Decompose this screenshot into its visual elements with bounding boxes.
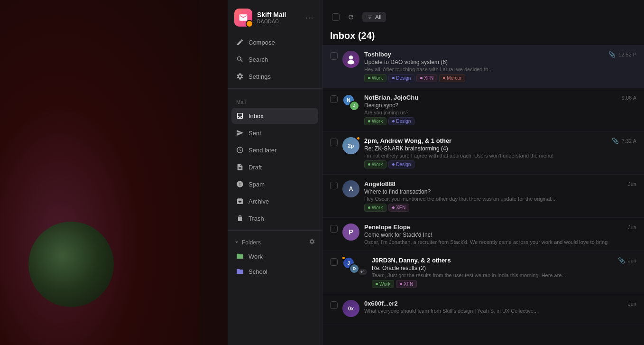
email-tags: Work Design <box>364 160 636 168</box>
email-row[interactable]: A Angelo888 Jun Where to find transactio… <box>322 175 644 218</box>
email-time: 7:32 A <box>622 138 636 144</box>
email-checkbox[interactable] <box>330 182 338 189</box>
folder-work[interactable]: Work <box>228 249 322 264</box>
email-meta: 📎 Jun <box>618 257 636 264</box>
nav-draft[interactable]: Draft <box>231 159 318 175</box>
email-sender: 2pm, Andrew Wong, & 1 other <box>364 137 451 144</box>
nav-settings[interactable]: Settings <box>231 68 318 84</box>
email-row[interactable]: J D +1 J0RD3N, Danny, & 2 others 📎 Jun <box>322 251 644 294</box>
email-checkbox[interactable] <box>330 258 338 266</box>
tag-xfn: XFN <box>396 280 417 288</box>
nav-search[interactable]: Search <box>231 51 318 67</box>
attachment-icon: 📎 <box>608 51 616 58</box>
email-sender: 0x600f...er2 <box>364 300 398 307</box>
email-meta: Jun <box>628 181 636 187</box>
archive-icon <box>236 197 244 205</box>
sidebar-menu-button[interactable]: ⋯ <box>303 10 315 25</box>
tag-xfn: XFN <box>388 204 409 212</box>
nav-sent[interactable]: Sent <box>231 125 318 141</box>
avatar-wrap: J D +1 <box>342 257 359 274</box>
email-body: 2pm, Andrew Wong, & 1 other 📎 7:32 A Re:… <box>364 137 636 168</box>
email-checkbox[interactable] <box>330 301 338 309</box>
avatar <box>342 51 359 68</box>
sent-label: Sent <box>248 130 261 137</box>
email-row[interactable]: 2p 2pm, Andrew Wong, & 1 other 📎 7:32 A … <box>322 131 644 175</box>
unread-dot <box>341 256 346 260</box>
email-checkbox[interactable] <box>330 225 338 233</box>
tag-work: Work <box>364 117 386 125</box>
folder-work-icon <box>236 252 244 260</box>
email-row[interactable]: Toshiboy 📎 12:52 P Update to DAO voting … <box>322 45 644 88</box>
email-meta: Jun <box>628 301 636 307</box>
nav-trash[interactable]: Trash <box>231 210 318 226</box>
nav-send-later[interactable]: Send later <box>231 142 318 158</box>
inbox-label: Inbox <box>248 112 264 120</box>
folders-settings-button[interactable] <box>309 238 315 247</box>
email-meta: 📎 12:52 P <box>608 51 636 58</box>
email-tags: Work XFN <box>372 280 636 288</box>
email-time: Jun <box>628 181 636 187</box>
filter-icon <box>367 14 373 20</box>
unread-dot <box>356 136 360 140</box>
nav-compose[interactable]: Compose <box>231 34 318 50</box>
avatar: N J <box>342 94 359 111</box>
email-subject: Re: ZK-SNARK brainstorming (4) <box>364 145 636 152</box>
avatar: 0x <box>342 300 359 317</box>
email-top: NotBrian, JojoChu 9:06 A <box>364 94 636 101</box>
refresh-button[interactable] <box>344 10 358 24</box>
folder-school-label: School <box>248 268 267 275</box>
avatar-wrap: N J <box>342 94 359 111</box>
svg-point-0 <box>349 56 353 60</box>
email-sender: J0RD3N, Danny, & 2 others <box>372 257 451 264</box>
email-tags: Work Design <box>364 117 636 125</box>
folders-header: Folders <box>228 234 322 249</box>
folders-toggle[interactable]: Folders <box>234 239 261 246</box>
settings-label: Settings <box>248 73 271 80</box>
refresh-icon <box>348 14 354 20</box>
divider-1 <box>228 88 322 89</box>
nav-spam[interactable]: Spam <box>231 176 318 192</box>
spam-icon <box>236 180 244 188</box>
select-all-checkbox[interactable] <box>332 13 340 21</box>
email-body: Penelope Elope Jun Come work for Stack'd… <box>364 224 636 245</box>
sidebar-header: Skiff Mail DAODAO ⋯ <box>228 0 322 34</box>
email-list: Toshiboy 📎 12:52 P Update to DAO voting … <box>322 45 644 345</box>
app-name: Skiff Mail <box>257 11 298 19</box>
avatar: P <box>342 224 359 241</box>
email-row[interactable]: P Penelope Elope Jun Come work for Stack… <box>322 218 644 251</box>
avatar-wrap: A <box>342 180 359 197</box>
email-row[interactable]: N J NotBrian, JojoChu 9:06 A Design sync… <box>322 88 644 131</box>
compose-label: Compose <box>248 39 275 46</box>
app-title-block: Skiff Mail DAODAO <box>257 11 298 24</box>
email-row[interactable]: 0x 0x600f...er2 Jun What everyone should… <box>322 294 644 323</box>
email-sender: NotBrian, JojoChu <box>364 94 418 101</box>
compose-icon <box>236 38 244 46</box>
email-sender: Penelope Elope <box>364 224 410 231</box>
email-checkbox[interactable] <box>330 95 338 103</box>
email-tags: Work XFN <box>364 204 636 212</box>
email-top: J0RD3N, Danny, & 2 others 📎 Jun <box>372 257 636 264</box>
sent-icon <box>236 129 244 137</box>
email-top: Toshiboy 📎 12:52 P <box>364 51 636 58</box>
email-preview: Hey all, After touching base with Laura,… <box>364 66 636 72</box>
decorative-ball <box>28 222 114 307</box>
tag-work: Work <box>364 204 386 212</box>
avatar-wrap: 0x <box>342 300 359 317</box>
nav-inbox[interactable]: Inbox <box>231 108 318 124</box>
email-checkbox[interactable] <box>330 52 338 60</box>
mail-section-label: Mail <box>228 93 322 108</box>
tag-mercur: Mercur <box>439 74 465 82</box>
folder-school[interactable]: School <box>228 264 322 279</box>
archive-label: Archive <box>248 198 269 205</box>
sidebar: Skiff Mail DAODAO ⋯ Compose Search Setti… <box>228 0 322 345</box>
nav-archive[interactable]: Archive <box>231 193 318 209</box>
attachment-icon: 📎 <box>618 257 625 264</box>
email-meta: 📎 7:32 A <box>612 138 636 144</box>
inbox-icon <box>236 112 244 120</box>
search-label: Search <box>248 56 268 63</box>
filter-button[interactable]: All <box>362 12 386 22</box>
email-checkbox[interactable] <box>330 139 338 146</box>
avatar-wrap: 2p <box>342 137 359 154</box>
tag-xfn: XFN <box>416 74 437 82</box>
settings-icon <box>236 73 244 80</box>
